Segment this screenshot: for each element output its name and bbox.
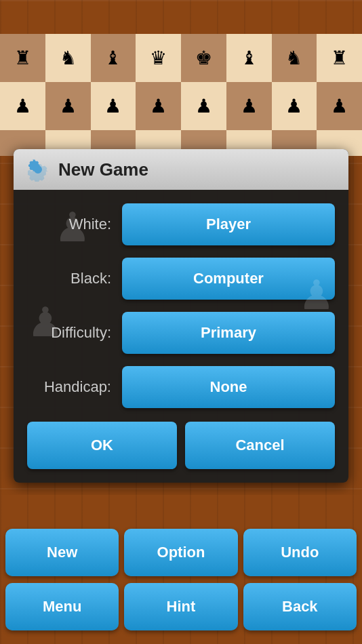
new-game-dialog: ♟ ♟ ♟ New Game White: Player Black: Comp… [14,149,348,483]
bottom-buttons: New Option Undo Menu Hint Back [0,522,362,644]
white-row: White: Player [27,203,335,245]
chess-cell: ♟ [226,82,272,130]
handicap-row: Handicap: None [27,366,335,408]
black-player-button[interactable]: Computer [122,258,335,300]
chess-board: ♜ ♞ ♝ ♛ ♚ ♝ ♞ ♜ ♟ ♟ ♟ ♟ ♟ ♟ ♟ ♟ [0,34,362,156]
ok-button[interactable]: OK [27,422,177,469]
hint-button[interactable]: Hint [124,583,237,630]
dialog-header: New Game [14,149,348,190]
bottom-row-1: New Option Undo [5,529,357,576]
dialog-title: New Game [58,159,148,180]
handicap-button[interactable]: None [122,366,335,408]
chess-cell: ♟ [136,82,181,130]
option-button[interactable]: Option [124,529,237,576]
chess-cell: ♟ [45,82,91,130]
new-button[interactable]: New [5,529,119,576]
chess-cell: ♝ [226,34,272,82]
difficulty-row: Difficulty: Primary [27,312,335,354]
dialog-actions: OK Cancel [27,422,335,469]
white-player-button[interactable]: Player [122,203,335,245]
black-row: Black: Computer [27,258,335,300]
chess-cell: ♟ [91,82,136,130]
chess-cell: ♟ [0,82,45,130]
difficulty-label: Difficulty: [27,324,122,342]
white-label: White: [27,216,122,233]
chess-cell: ♞ [45,34,91,82]
gear-icon [26,157,50,182]
black-label: Black: [27,270,122,287]
bottom-row-2: Menu Hint Back [5,583,357,630]
menu-button[interactable]: Menu [5,583,119,630]
chess-cell: ♟ [181,82,226,130]
chess-cell: ♚ [181,34,226,82]
chess-cell: ♞ [272,34,317,82]
chess-cell: ♜ [0,34,45,82]
chess-cell: ♟ [272,82,317,130]
chess-cell: ♜ [317,34,362,82]
chess-cell: ♝ [91,34,136,82]
undo-button[interactable]: Undo [243,529,357,576]
back-button[interactable]: Back [243,583,357,630]
chess-cell: ♟ [317,82,362,130]
chess-board-area: ♜ ♞ ♝ ♛ ♚ ♝ ♞ ♜ ♟ ♟ ♟ ♟ ♟ ♟ ♟ ♟ [0,0,362,156]
difficulty-button[interactable]: Primary [122,312,335,354]
dialog-body: White: Player Black: Computer Difficulty… [14,190,348,483]
handicap-label: Handicap: [27,378,122,396]
cancel-button[interactable]: Cancel [185,422,335,469]
chess-cell: ♛ [136,34,181,82]
